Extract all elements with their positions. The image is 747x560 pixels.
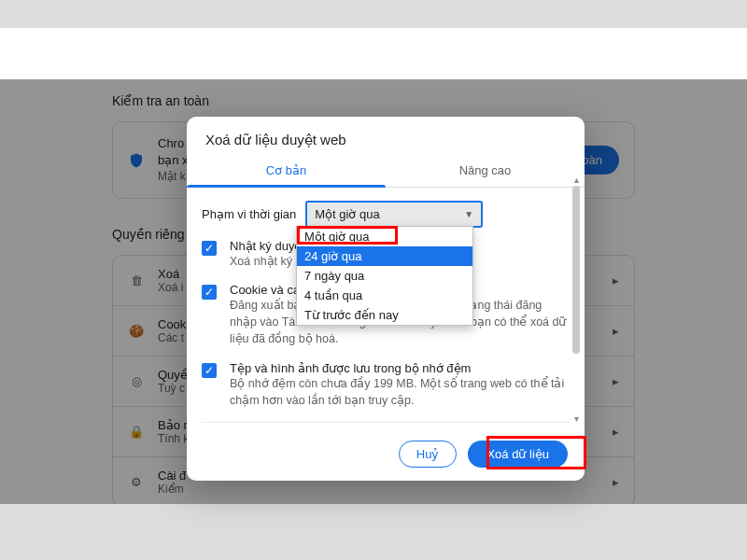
- time-option-all-time[interactable]: Từ trước đến nay: [297, 305, 472, 325]
- checkbox-label: Nhật ký duyệ: [230, 239, 302, 253]
- checkbox-cookies[interactable]: ✓: [202, 285, 217, 300]
- time-range-select[interactable]: Một giờ qua ▼: [305, 201, 483, 228]
- dialog-footer: Huỷ Xoá dữ liệu: [187, 431, 585, 481]
- scroll-down-icon[interactable]: ▾: [570, 412, 583, 425]
- clear-browsing-data-dialog: Xoá dữ liệu duyệt web Cơ bản Nâng cao Ph…: [187, 117, 585, 481]
- scroll-up-icon[interactable]: ▴: [570, 173, 583, 186]
- time-option-last-4-weeks[interactable]: 4 tuần qua: [297, 286, 472, 305]
- checkbox-cache[interactable]: ✓: [202, 363, 217, 378]
- time-range-dropdown: Một giờ qua 24 giờ qua 7 ngày qua 4 tuần…: [296, 226, 473, 326]
- time-option-last-7-days[interactable]: 7 ngày qua: [297, 266, 472, 286]
- select-value: Một giờ qua: [315, 207, 379, 221]
- tab-advanced[interactable]: Nâng cao: [386, 152, 585, 187]
- dialog-tabs: Cơ bản Nâng cao: [187, 152, 585, 188]
- checkbox-label: Tệp và hình ảnh được lưu trong bộ nhớ đệ…: [230, 361, 570, 375]
- tab-basic[interactable]: Cơ bản: [187, 152, 386, 187]
- scrollbar[interactable]: ▴ ▾: [570, 173, 583, 425]
- clear-data-button[interactable]: Xoá dữ liệu: [468, 441, 568, 468]
- checkbox-sub: Xoá nhật ký k: [230, 253, 302, 270]
- google-info-box: Nhật ký tìm kiếm và các hình thức hoạt đ…: [202, 422, 570, 431]
- dialog-body: Phạm vi thời gian Một giờ qua ▼ Một giờ …: [187, 188, 585, 431]
- time-option-last-hour[interactable]: Một giờ qua: [297, 227, 472, 246]
- checkbox-browsing-history[interactable]: ✓: [202, 241, 217, 256]
- chevron-down-icon: ▼: [464, 209, 473, 219]
- dialog-title: Xoá dữ liệu duyệt web: [187, 117, 585, 152]
- checkbox-sub: Bộ nhớ đệm còn chưa đầy 199 MB. Một số t…: [230, 375, 570, 409]
- cancel-button[interactable]: Huỷ: [399, 441, 458, 468]
- time-range-label: Phạm vi thời gian: [202, 207, 296, 221]
- time-option-last-24-hours[interactable]: 24 giờ qua: [297, 246, 472, 266]
- scroll-thumb[interactable]: [572, 186, 580, 354]
